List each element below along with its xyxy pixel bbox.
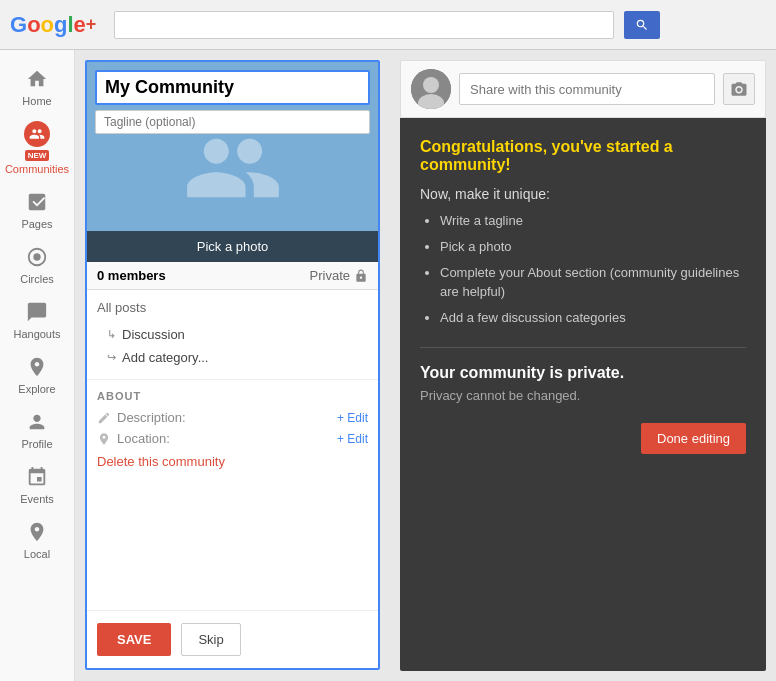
checklist-item-1: Write a tagline	[440, 212, 746, 230]
avatar	[411, 69, 451, 109]
save-button[interactable]: SAVE	[97, 623, 171, 656]
camera-button[interactable]	[723, 73, 755, 105]
explore-icon	[24, 354, 50, 380]
sidebar-home-label: Home	[22, 95, 51, 107]
action-buttons: SAVE Skip	[87, 610, 378, 668]
sidebar-local-label: Local	[24, 548, 50, 560]
sidebar-pages-label: Pages	[21, 218, 52, 230]
checklist-item-3: Complete your About section (community g…	[440, 264, 746, 300]
location-label: Location:	[117, 431, 170, 446]
about-title: ABOUT	[97, 390, 368, 402]
about-section: ABOUT Description: + Edit Location: + Ed…	[87, 379, 378, 479]
members-bar: 0 members Private	[87, 262, 378, 290]
now-make-label: Now, make it unique:	[420, 186, 746, 202]
sidebar-item-hangouts[interactable]: Hangouts	[0, 293, 75, 346]
skip-button[interactable]: Skip	[181, 623, 240, 656]
sidebar-item-events[interactable]: Events	[0, 458, 75, 511]
communities-icon	[24, 121, 50, 147]
community-header: Pick a photo	[87, 62, 378, 262]
search-input[interactable]	[114, 11, 614, 39]
members-count: 0 members	[97, 268, 166, 283]
sidebar-explore-label: Explore	[18, 383, 55, 395]
add-category-item[interactable]: ↪ Add category...	[97, 346, 368, 369]
share-bar	[400, 60, 766, 118]
discussion-item[interactable]: ↳ Discussion	[97, 323, 368, 346]
posts-section: All posts ↳ Discussion ↪ Add category...	[87, 290, 378, 379]
google-plus-logo: Google+	[10, 12, 96, 38]
svg-point-1	[33, 253, 40, 260]
checklist-item-2: Pick a photo	[440, 238, 746, 256]
sidebar-hangouts-label: Hangouts	[13, 328, 60, 340]
sidebar-item-profile[interactable]: Profile	[0, 403, 75, 456]
main-content: Home NEW Communities Pages Circles	[0, 50, 776, 681]
right-panel: Congratulations, you've started a commun…	[390, 50, 776, 681]
circles-icon	[24, 244, 50, 270]
community-panel: Pick a photo 0 members Private All posts…	[85, 60, 380, 670]
location-edit-link[interactable]: + Edit	[337, 432, 368, 446]
topbar: Google+	[0, 0, 776, 50]
private-notice: Your community is private.	[420, 364, 746, 382]
new-badge: NEW	[25, 150, 50, 161]
add-category-arrow-icon: ↪	[107, 351, 116, 364]
community-tagline-input[interactable]	[95, 110, 370, 134]
sidebar-item-pages[interactable]: Pages	[0, 183, 75, 236]
svg-point-3	[423, 77, 439, 93]
search-button[interactable]	[624, 11, 660, 39]
sidebar-item-explore[interactable]: Explore	[0, 348, 75, 401]
section-divider	[420, 347, 746, 348]
description-row: Description: + Edit	[97, 410, 368, 425]
events-icon	[24, 464, 50, 490]
description-edit-link[interactable]: + Edit	[337, 411, 368, 425]
sidebar-communities-label: Communities	[5, 163, 69, 175]
congrats-panel: Congratulations, you've started a commun…	[400, 118, 766, 671]
congrats-checklist: Write a tagline Pick a photo Complete yo…	[420, 212, 746, 327]
pencil-icon	[97, 411, 111, 425]
sidebar-item-home[interactable]: Home	[0, 60, 75, 113]
done-editing-button[interactable]: Done editing	[641, 423, 746, 454]
location-icon	[97, 432, 111, 446]
pages-icon	[24, 189, 50, 215]
delete-community-link[interactable]: Delete this community	[97, 454, 368, 469]
congrats-title: Congratulations, you've started a commun…	[420, 138, 746, 174]
privacy-note: Privacy cannot be changed.	[420, 388, 746, 403]
pick-photo-button[interactable]: Pick a photo	[87, 231, 378, 262]
description-label: Description:	[117, 410, 186, 425]
all-posts-label[interactable]: All posts	[97, 300, 368, 315]
sidebar-circles-label: Circles	[20, 273, 54, 285]
private-label: Private	[310, 268, 368, 283]
content-area: Pick a photo 0 members Private All posts…	[75, 50, 776, 681]
sidebar-profile-label: Profile	[21, 438, 52, 450]
hangouts-icon	[24, 299, 50, 325]
checklist-item-4: Add a few discussion categories	[440, 309, 746, 327]
sidebar: Home NEW Communities Pages Circles	[0, 50, 75, 681]
sidebar-item-local[interactable]: Local	[0, 513, 75, 566]
sidebar-events-label: Events	[20, 493, 54, 505]
profile-icon	[24, 409, 50, 435]
discussion-arrow-icon: ↳	[107, 328, 116, 341]
sidebar-item-circles[interactable]: Circles	[0, 238, 75, 291]
location-row: Location: + Edit	[97, 431, 368, 446]
share-input[interactable]	[459, 73, 715, 105]
community-name-input[interactable]	[95, 70, 370, 105]
sidebar-item-communities[interactable]: NEW Communities	[0, 115, 75, 181]
local-icon	[24, 519, 50, 545]
home-icon	[24, 66, 50, 92]
